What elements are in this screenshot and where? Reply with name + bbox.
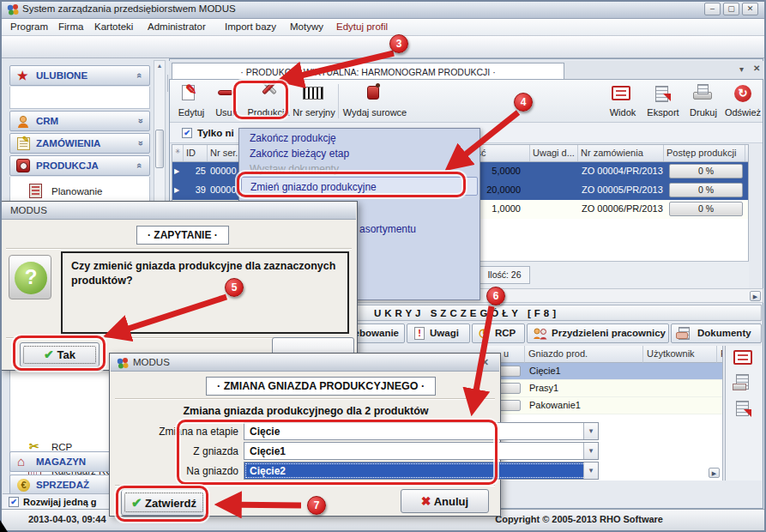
dialog-title-bar[interactable]: MODUS xyxy=(2,203,356,220)
detail-table: u Gniazdo prod. Użytkownik Roz Cięcie1 P… xyxy=(480,346,723,481)
export-button[interactable]: Eksport xyxy=(642,83,684,119)
combo-caret-icon[interactable]: ▾ xyxy=(583,462,598,479)
tab-przydzieleni-pracownicy[interactable]: Przydzieleni pracownicy xyxy=(527,323,669,343)
inner-close-icon[interactable]: ✕ xyxy=(753,63,760,73)
people-icon xyxy=(533,328,548,340)
button-label: Eksport xyxy=(642,107,684,118)
menu-item-zakoncz-etap[interactable]: Zakończ bieżący etap xyxy=(241,146,478,161)
serial-number-button[interactable]: Nr seryjny xyxy=(293,83,335,119)
menu-motywy[interactable]: Motywy xyxy=(290,21,323,32)
maximize-button[interactable]: ▢ xyxy=(723,3,739,15)
sidebar-group-crm[interactable]: CRM « xyxy=(9,111,150,131)
detail-header-gniazdo[interactable]: Gniazdo prod. xyxy=(525,346,643,363)
issue-materials-button[interactable]: Wydaj surowce xyxy=(341,83,408,119)
button-label: Edytuj xyxy=(173,107,209,118)
row-marker-icon: ▶ xyxy=(174,186,184,194)
filter-checkbox-checked[interactable]: ✔ xyxy=(182,128,192,138)
tab-rcp[interactable]: ◷ RCP xyxy=(472,323,525,343)
printer-base-icon xyxy=(733,384,746,390)
menu-edytuj-profil[interactable]: Edytuj profil xyxy=(336,21,388,32)
crm-person-icon xyxy=(16,115,29,128)
cell-gniazdo: Pakowanie1 xyxy=(529,400,581,410)
menu-administrator[interactable]: Administrator xyxy=(148,21,206,32)
export-arrow-icon xyxy=(744,409,751,417)
annotation-rect-tak xyxy=(13,336,106,371)
refresh-button[interactable]: ↻ Odśwież xyxy=(723,83,763,119)
tab-harmonogram-produkcji[interactable]: · PRODUKCJA WIRTUALNA: HARMONOGRAM PRODU… xyxy=(172,63,564,79)
dialog-title-bar[interactable]: MODUS ✕ xyxy=(111,354,499,372)
divider xyxy=(338,84,339,118)
tab-dokumenty[interactable]: Dokumenty xyxy=(671,323,762,343)
scroll-up-icon[interactable]: ▲ xyxy=(154,63,165,69)
scroll-thumb[interactable] xyxy=(155,130,164,168)
menu-item-zakoncz-produkcje[interactable]: Zakończ produkcję xyxy=(241,130,478,146)
annotation-rect-fields xyxy=(177,420,498,485)
printer-paper-icon xyxy=(697,84,709,94)
annotation-rect-zatwierdz xyxy=(116,486,208,522)
detail-row[interactable]: Pakowanie1 xyxy=(480,397,723,414)
combo-caret-icon[interactable]: ▾ xyxy=(583,423,598,439)
dialog-subtitle: Zmiana gniazda produkcyjnego dla 2 produ… xyxy=(110,405,502,417)
annotation-badge-3: 3 xyxy=(389,34,408,53)
cancel-button[interactable]: ✖ Anuluj xyxy=(401,489,489,513)
sidebar-item-planowanie[interactable]: Planowanie xyxy=(51,186,102,196)
header-id[interactable]: ID xyxy=(184,145,208,161)
header-nr-zamowienia[interactable]: Nr zamówienia xyxy=(578,145,664,161)
divider xyxy=(115,398,495,400)
scroll-right-icon[interactable]: ▶ xyxy=(750,291,761,301)
minimize-button[interactable]: – xyxy=(704,3,721,15)
mouse-cursor xyxy=(0,520,8,532)
pencil-icon: ✎ xyxy=(22,135,29,144)
detail-header-uzytkownik[interactable]: Użytkownik xyxy=(643,346,717,363)
dialog-title: MODUS xyxy=(10,205,47,215)
dialog-close-icon[interactable]: ✕ xyxy=(481,357,489,368)
detail-header-roz[interactable]: Roz xyxy=(717,346,723,363)
production-icon xyxy=(16,159,30,172)
annotation-badge-5: 5 xyxy=(225,278,244,297)
checkbox-checked[interactable]: ✔ xyxy=(9,497,19,507)
chevron-up-icon: « xyxy=(135,163,145,168)
cell-nr-zamowienia: ZO 00004/PR/2013 xyxy=(582,166,664,176)
view-button[interactable]: Widok xyxy=(599,83,647,119)
progress-cell: 0 % xyxy=(669,183,743,197)
filter-label[interactable]: Tylko ni xyxy=(197,128,234,138)
edit-button[interactable]: ✎ Edytuj xyxy=(173,83,209,119)
note-exclaim-icon: ! xyxy=(414,327,425,340)
expand-checkbox-label[interactable]: Rozwijaj jedną g xyxy=(23,497,97,507)
detail-row[interactable]: Prasy1 xyxy=(480,380,723,397)
header-postep[interactable]: Postęp produkcji xyxy=(664,145,745,161)
print-button[interactable]: Drukuj xyxy=(685,83,722,119)
oil-can-icon xyxy=(367,86,379,100)
sidebar-group-ulubione[interactable]: ★ ULUBIONE « xyxy=(9,65,150,86)
detail-row[interactable]: Cięcie1 xyxy=(480,363,723,380)
cell-id: 25 xyxy=(184,166,206,176)
menu-bar: Program Firma Kartoteki Administrator Im… xyxy=(0,19,766,36)
detail-scroll-right-icon[interactable]: ▶ xyxy=(709,468,720,478)
menu-import-bazy[interactable]: Import bazy xyxy=(225,21,276,32)
info-bar: ⌂ czysta tomek [ID: 10] RHO [ID: 1] PROD… xyxy=(0,36,766,58)
menu-program[interactable]: Program xyxy=(10,21,48,32)
sidebar-group-produkcja[interactable]: PRODUKCJA « xyxy=(9,155,150,176)
button-label: Odśwież xyxy=(723,107,763,118)
header-uwagi[interactable]: Uwagi d... xyxy=(530,145,578,161)
question-icon: ? xyxy=(15,262,47,294)
annotation-rect-menu-item xyxy=(237,172,466,197)
button-label: Drukuj xyxy=(685,107,722,118)
cell-id: 39 xyxy=(184,184,206,195)
menu-item-partial[interactable]: ci asortymentu xyxy=(341,221,577,237)
button-label: Widok xyxy=(599,107,647,118)
title-bar: System zarządzania przedsiębiorstwem MOD… xyxy=(0,0,766,19)
combo-caret-icon[interactable]: ▾ xyxy=(583,443,598,459)
progress-cell: 0 % xyxy=(669,164,743,178)
menu-kartoteki[interactable]: Kartoteki xyxy=(94,21,133,32)
close-button[interactable]: ✕ xyxy=(742,3,758,15)
inner-collapse-icon[interactable]: ▾ xyxy=(739,64,744,74)
view-icon[interactable] xyxy=(733,350,752,365)
menu-firma[interactable]: Firma xyxy=(58,21,83,32)
sidebar-group-zamowienia[interactable]: ✎ ZAMÓWIENIA « xyxy=(9,133,150,154)
clock-icon: ◷ xyxy=(479,326,488,339)
tab-uwagi[interactable]: ! Uwagi xyxy=(407,323,470,343)
select-all-icon[interactable]: ✳ xyxy=(172,145,184,161)
modus-logo-icon xyxy=(7,3,19,15)
hand-icon xyxy=(676,332,688,339)
